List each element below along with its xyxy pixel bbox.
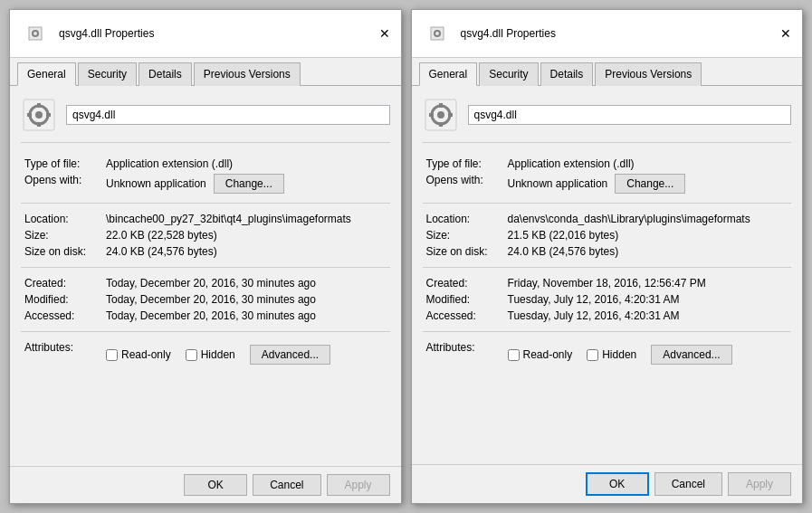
modified-label-2: Modified: [423, 291, 504, 308]
created-label-2: Created: [423, 275, 504, 291]
svg-point-2 [33, 32, 37, 35]
opens-value-2: Unknown application [508, 177, 608, 190]
props-table-2: Type of file: Application extension (.dl… [423, 156, 792, 195]
size-value-2: 21.5 KB (22,016 bytes) [504, 227, 792, 243]
created-value-1: Today, December 20, 2016, 30 minutes ago [102, 275, 390, 291]
tab-security-1[interactable]: Security [78, 62, 137, 86]
type-label-2: Type of file: [423, 156, 504, 172]
divider1-2 [423, 203, 792, 204]
props-table-2-1: Location: \bincache00_py27_32bit\qt4_plu… [21, 211, 390, 260]
readonly-label-2: Read-only [523, 348, 573, 361]
size-disk-row-1: Size on disk: 24.0 KB (24,576 bytes) [21, 243, 390, 260]
cancel-button-2[interactable]: Cancel [654, 472, 722, 496]
svg-rect-17 [439, 122, 443, 127]
gear-file-icon-2 [424, 98, 458, 132]
ok-button-2[interactable]: OK [586, 472, 649, 496]
hidden-input-1[interactable] [186, 349, 197, 361]
title-icon-1 [17, 15, 53, 52]
opens-row-1: Opens with: Unknown application Change..… [21, 172, 390, 195]
readonly-input-1[interactable] [106, 349, 118, 361]
advanced-button-1[interactable]: Advanced... [250, 345, 330, 365]
dialog-2: qsvg4.dll Properties ✕ General Security … [411, 9, 804, 504]
size-label-1: Size: [21, 227, 102, 243]
bottom-buttons-1: OK Cancel Apply [10, 466, 401, 503]
ok-button-1[interactable]: OK [184, 474, 247, 496]
svg-rect-9 [46, 113, 51, 117]
location-label-1: Location: [21, 211, 102, 227]
attributes-label-1: Attributes: [21, 339, 102, 366]
hidden-input-2[interactable] [587, 349, 598, 361]
opens-label-1: Opens with: [21, 172, 102, 195]
readonly-checkbox-2[interactable]: Read-only [508, 348, 573, 361]
tab-security-2[interactable]: Security [479, 62, 538, 86]
size-value-1: 22.0 KB (22,528 bytes) [102, 227, 390, 243]
dll-icon-2 [430, 26, 444, 41]
attributes-row-2: Attributes: Read-only Hidden Advanced... [423, 339, 792, 366]
file-name-input-2[interactable] [468, 105, 792, 125]
divider2-2 [423, 267, 792, 268]
tab-details-1[interactable]: Details [139, 62, 192, 86]
apply-button-2[interactable]: Apply [728, 472, 791, 496]
close-button-1[interactable]: ✕ [376, 24, 394, 43]
divider2-1 [21, 267, 390, 268]
file-icon-1 [21, 97, 57, 133]
tab-general-1[interactable]: General [17, 62, 76, 86]
tab-general-2[interactable]: General [419, 62, 478, 86]
size-row-2: Size: 21.5 KB (22,016 bytes) [423, 227, 792, 243]
readonly-input-2[interactable] [508, 349, 520, 361]
content-1: Type of file: Application extension (.dl… [10, 86, 401, 466]
gear-file-icon-1 [22, 98, 56, 132]
created-value-2: Friday, November 18, 2016, 12:56:47 PM [504, 275, 792, 291]
tab-details-2[interactable]: Details [540, 62, 594, 86]
type-row-2: Type of file: Application extension (.dl… [423, 156, 792, 172]
size-disk-label-2: Size on disk: [423, 243, 504, 260]
location-row-2: Location: da\envs\conda_dash\Library\plu… [423, 211, 792, 227]
readonly-checkbox-1[interactable]: Read-only [106, 348, 171, 361]
opens-label-2: Opens with: [423, 172, 504, 195]
tab-previous-versions-2[interactable]: Previous Versions [595, 62, 702, 86]
change-button-1[interactable]: Change... [214, 174, 284, 194]
hidden-checkbox-2[interactable]: Hidden [587, 348, 636, 361]
svg-rect-8 [27, 113, 32, 117]
title-bar-1: qsvg4.dll Properties ✕ [10, 10, 401, 58]
modified-label-1: Modified: [21, 291, 102, 308]
change-button-2[interactable]: Change... [615, 174, 685, 194]
svg-point-5 [35, 111, 43, 119]
modified-value-1: Today, December 20, 2016, 30 minutes ago [102, 291, 390, 308]
opens-value-1: Unknown application [106, 177, 206, 190]
attributes-row-1: Attributes: Read-only Hidden Advanced... [21, 339, 390, 366]
accessed-value-1: Today, December 20, 2016, 30 minutes ago [102, 308, 390, 324]
tabs-2: General Security Details Previous Versio… [412, 58, 803, 86]
svg-rect-7 [37, 122, 41, 127]
readonly-label-1: Read-only [121, 348, 171, 361]
accessed-row-1: Accessed: Today, December 20, 2016, 30 m… [21, 308, 390, 324]
bottom-buttons-2: OK Cancel Apply [412, 464, 803, 503]
hidden-checkbox-1[interactable]: Hidden [186, 348, 235, 361]
opens-value-cell-2: Unknown application Change... [504, 172, 792, 195]
cancel-button-1[interactable]: Cancel [253, 474, 320, 496]
file-icon-2 [423, 97, 459, 133]
tabs-1: General Security Details Previous Versio… [10, 58, 401, 86]
svg-point-15 [437, 111, 444, 119]
divider1-1 [21, 203, 390, 204]
size-disk-label-1: Size on disk: [21, 243, 102, 260]
props-table-2-2: Location: da\envs\conda_dash\Library\plu… [423, 211, 792, 260]
created-row-2: Created: Friday, November 18, 2016, 12:5… [423, 275, 792, 291]
title-text-1: qsvg4.dll Properties [59, 27, 370, 40]
file-header-2 [423, 97, 792, 143]
opens-row-2: Opens with: Unknown application Change..… [423, 172, 792, 195]
svg-rect-18 [429, 113, 434, 117]
size-disk-row-2: Size on disk: 24.0 KB (24,576 bytes) [423, 243, 792, 260]
props-table-1: Type of file: Application extension (.dl… [21, 156, 390, 195]
tab-previous-versions-1[interactable]: Previous Versions [194, 62, 301, 86]
apply-button-1[interactable]: Apply [327, 474, 390, 496]
size-label-2: Size: [423, 227, 504, 243]
attributes-table-2: Attributes: Read-only Hidden Advanced... [423, 339, 792, 366]
advanced-button-2[interactable]: Advanced... [651, 345, 731, 365]
accessed-value-2: Tuesday, July 12, 2016, 4:20:31 AM [504, 308, 792, 324]
created-label-1: Created: [21, 275, 102, 291]
svg-rect-6 [37, 103, 41, 108]
size-disk-value-1: 24.0 KB (24,576 bytes) [102, 243, 390, 260]
close-button-2[interactable]: ✕ [777, 24, 795, 43]
file-name-input-1[interactable] [66, 105, 390, 125]
